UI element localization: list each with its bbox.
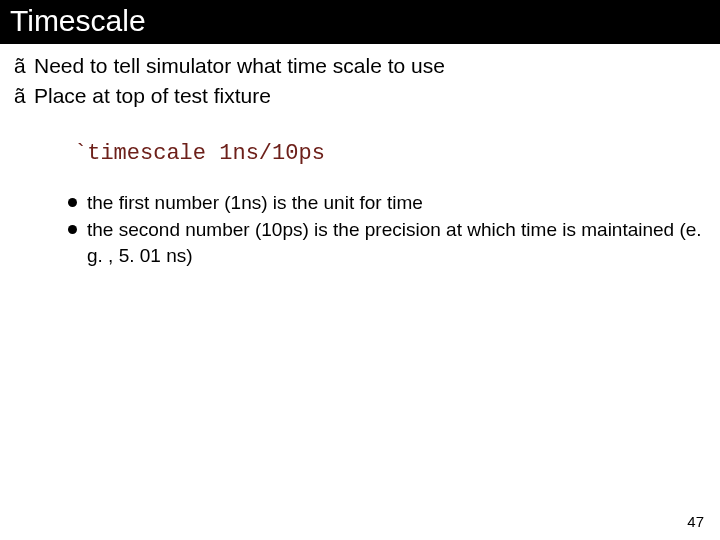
bullet-line: ã Place at top of test fixture [14,82,706,110]
sub-bullet-text: the second number (10ps) is the precisio… [87,217,706,268]
slide-title: Timescale [10,4,146,37]
slide-title-bar: Timescale [0,0,720,44]
code-example: `timescale 1ns/10ps [74,141,706,166]
slide-content: ã Need to tell simulator what time scale… [0,44,720,269]
bullet-text: Place at top of test fixture [34,82,706,110]
bullet-text: Need to tell simulator what time scale t… [34,52,706,80]
sub-bullet-list: the first number (1ns) is the unit for t… [68,190,706,269]
bullet-glyph: ã [14,82,34,110]
sub-bullet-line: the second number (10ps) is the precisio… [68,217,706,268]
dot-icon [68,198,77,207]
bullet-glyph: ã [14,52,34,80]
dot-icon [68,225,77,234]
sub-bullet-line: the first number (1ns) is the unit for t… [68,190,706,216]
bullet-line: ã Need to tell simulator what time scale… [14,52,706,80]
sub-bullet-text: the first number (1ns) is the unit for t… [87,190,706,216]
page-number: 47 [687,513,704,530]
